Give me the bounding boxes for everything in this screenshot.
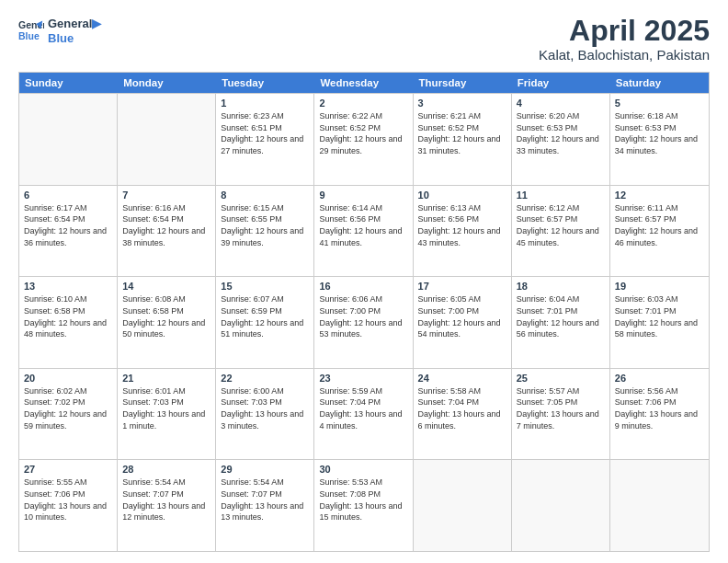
header: General Blue General▶ Blue April 2025 Ka… xyxy=(18,15,710,63)
page: General Blue General▶ Blue April 2025 Ka… xyxy=(0,0,728,563)
calendar-cell xyxy=(414,460,512,551)
cell-info: Sunrise: 6:10 AMSunset: 6:58 PMDaylight:… xyxy=(24,293,112,339)
day-number: 5 xyxy=(615,98,704,109)
cell-info: Sunrise: 6:22 AMSunset: 6:52 PMDaylight:… xyxy=(319,110,407,156)
day-number: 24 xyxy=(418,373,506,384)
day-number: 21 xyxy=(122,373,210,384)
calendar-header-cell: Wednesday xyxy=(314,73,413,93)
calendar-cell: 30Sunrise: 5:53 AMSunset: 7:08 PMDayligh… xyxy=(314,460,413,551)
cell-info: Sunrise: 5:54 AMSunset: 7:07 PMDaylight:… xyxy=(221,477,309,523)
day-number: 19 xyxy=(615,281,704,292)
cell-info: Sunrise: 6:04 AMSunset: 7:01 PMDaylight:… xyxy=(517,293,605,339)
calendar-cell: 18Sunrise: 6:04 AMSunset: 7:01 PMDayligh… xyxy=(512,277,610,368)
day-number: 29 xyxy=(221,464,309,475)
calendar-cell: 4Sunrise: 6:20 AMSunset: 6:53 PMDaylight… xyxy=(512,94,610,185)
calendar-cell: 23Sunrise: 5:59 AMSunset: 7:04 PMDayligh… xyxy=(314,369,413,460)
calendar-cell xyxy=(512,460,610,551)
cell-info: Sunrise: 6:01 AMSunset: 7:03 PMDaylight:… xyxy=(122,385,210,431)
day-number: 26 xyxy=(615,373,704,384)
day-number: 20 xyxy=(24,373,112,384)
cell-info: Sunrise: 6:17 AMSunset: 6:54 PMDaylight:… xyxy=(24,202,112,248)
cell-info: Sunrise: 6:08 AMSunset: 6:58 PMDaylight:… xyxy=(122,293,210,339)
calendar-cell: 8Sunrise: 6:15 AMSunset: 6:55 PMDaylight… xyxy=(216,186,314,277)
calendar-cell: 5Sunrise: 6:18 AMSunset: 6:53 PMDaylight… xyxy=(610,94,709,185)
calendar-header-cell: Friday xyxy=(512,73,610,93)
day-number: 11 xyxy=(517,190,605,201)
calendar-cell: 21Sunrise: 6:01 AMSunset: 7:03 PMDayligh… xyxy=(118,369,216,460)
calendar-cell: 24Sunrise: 5:58 AMSunset: 7:04 PMDayligh… xyxy=(414,369,512,460)
cell-info: Sunrise: 6:00 AMSunset: 7:03 PMDaylight:… xyxy=(221,385,309,431)
day-number: 13 xyxy=(24,281,112,292)
calendar-cell: 3Sunrise: 6:21 AMSunset: 6:52 PMDaylight… xyxy=(414,94,512,185)
calendar-cell: 2Sunrise: 6:22 AMSunset: 6:52 PMDaylight… xyxy=(314,94,413,185)
calendar-cell: 13Sunrise: 6:10 AMSunset: 6:58 PMDayligh… xyxy=(19,277,118,368)
calendar-cell xyxy=(19,94,118,185)
calendar-cell: 11Sunrise: 6:12 AMSunset: 6:57 PMDayligh… xyxy=(512,186,610,277)
day-number: 15 xyxy=(221,281,309,292)
calendar-cell: 12Sunrise: 6:11 AMSunset: 6:57 PMDayligh… xyxy=(610,186,709,277)
calendar-header-cell: Thursday xyxy=(414,73,512,93)
logo: General Blue General▶ Blue xyxy=(18,15,101,45)
title-block: April 2025 Kalat, Balochistan, Pakistan xyxy=(539,15,710,63)
cell-info: Sunrise: 6:03 AMSunset: 7:01 PMDaylight:… xyxy=(615,293,704,339)
svg-text:Blue: Blue xyxy=(18,29,40,40)
day-number: 6 xyxy=(24,190,112,201)
day-number: 8 xyxy=(221,190,309,201)
cell-info: Sunrise: 5:59 AMSunset: 7:04 PMDaylight:… xyxy=(319,385,407,431)
calendar-week: 1Sunrise: 6:23 AMSunset: 6:51 PMDaylight… xyxy=(19,93,709,185)
calendar-cell: 10Sunrise: 6:13 AMSunset: 6:56 PMDayligh… xyxy=(414,186,512,277)
cell-info: Sunrise: 6:16 AMSunset: 6:54 PMDaylight:… xyxy=(122,202,210,248)
calendar-cell: 7Sunrise: 6:16 AMSunset: 6:54 PMDaylight… xyxy=(118,186,216,277)
day-number: 25 xyxy=(517,373,605,384)
day-number: 18 xyxy=(517,281,605,292)
calendar-cell: 1Sunrise: 6:23 AMSunset: 6:51 PMDaylight… xyxy=(216,94,314,185)
calendar-week: 20Sunrise: 6:02 AMSunset: 7:02 PMDayligh… xyxy=(19,368,709,460)
cell-info: Sunrise: 6:11 AMSunset: 6:57 PMDaylight:… xyxy=(615,202,704,248)
calendar: SundayMondayTuesdayWednesdayThursdayFrid… xyxy=(18,72,710,552)
cell-info: Sunrise: 6:06 AMSunset: 7:00 PMDaylight:… xyxy=(319,293,407,339)
day-number: 4 xyxy=(517,98,605,109)
calendar-cell: 19Sunrise: 6:03 AMSunset: 7:01 PMDayligh… xyxy=(610,277,709,368)
calendar-cell xyxy=(610,460,709,551)
cell-info: Sunrise: 5:58 AMSunset: 7:04 PMDaylight:… xyxy=(418,385,506,431)
calendar-header: SundayMondayTuesdayWednesdayThursdayFrid… xyxy=(19,73,709,93)
calendar-cell: 26Sunrise: 5:56 AMSunset: 7:06 PMDayligh… xyxy=(610,369,709,460)
calendar-cell: 20Sunrise: 6:02 AMSunset: 7:02 PMDayligh… xyxy=(19,369,118,460)
cell-info: Sunrise: 5:55 AMSunset: 7:06 PMDaylight:… xyxy=(24,477,112,523)
cell-info: Sunrise: 6:20 AMSunset: 6:53 PMDaylight:… xyxy=(517,110,605,156)
calendar-week: 13Sunrise: 6:10 AMSunset: 6:58 PMDayligh… xyxy=(19,276,709,368)
calendar-header-cell: Sunday xyxy=(19,73,118,93)
cell-info: Sunrise: 6:21 AMSunset: 6:52 PMDaylight:… xyxy=(418,110,506,156)
calendar-cell: 17Sunrise: 6:05 AMSunset: 7:00 PMDayligh… xyxy=(414,277,512,368)
day-number: 23 xyxy=(319,373,407,384)
cell-info: Sunrise: 6:13 AMSunset: 6:56 PMDaylight:… xyxy=(418,202,506,248)
calendar-cell: 28Sunrise: 5:54 AMSunset: 7:07 PMDayligh… xyxy=(118,460,216,551)
calendar-cell: 15Sunrise: 6:07 AMSunset: 6:59 PMDayligh… xyxy=(216,277,314,368)
day-number: 30 xyxy=(319,464,407,475)
calendar-cell: 16Sunrise: 6:06 AMSunset: 7:00 PMDayligh… xyxy=(314,277,413,368)
cell-info: Sunrise: 6:18 AMSunset: 6:53 PMDaylight:… xyxy=(615,110,704,156)
day-number: 10 xyxy=(418,190,506,201)
logo-text: General▶ xyxy=(48,17,101,31)
logo-blue: Blue xyxy=(48,31,101,46)
subtitle: Kalat, Balochistan, Pakistan xyxy=(539,47,710,63)
calendar-header-cell: Saturday xyxy=(610,73,709,93)
day-number: 22 xyxy=(221,373,309,384)
cell-info: Sunrise: 6:02 AMSunset: 7:02 PMDaylight:… xyxy=(24,385,112,431)
calendar-week: 27Sunrise: 5:55 AMSunset: 7:06 PMDayligh… xyxy=(19,459,709,551)
main-title: April 2025 xyxy=(539,15,710,47)
calendar-body: 1Sunrise: 6:23 AMSunset: 6:51 PMDaylight… xyxy=(19,93,709,551)
day-number: 1 xyxy=(221,98,309,109)
day-number: 2 xyxy=(319,98,407,109)
calendar-cell: 6Sunrise: 6:17 AMSunset: 6:54 PMDaylight… xyxy=(19,186,118,277)
calendar-week: 6Sunrise: 6:17 AMSunset: 6:54 PMDaylight… xyxy=(19,185,709,277)
calendar-cell: 25Sunrise: 5:57 AMSunset: 7:05 PMDayligh… xyxy=(512,369,610,460)
cell-info: Sunrise: 5:53 AMSunset: 7:08 PMDaylight:… xyxy=(319,477,407,523)
day-number: 16 xyxy=(319,281,407,292)
cell-info: Sunrise: 6:07 AMSunset: 6:59 PMDaylight:… xyxy=(221,293,309,339)
calendar-cell: 29Sunrise: 5:54 AMSunset: 7:07 PMDayligh… xyxy=(216,460,314,551)
cell-info: Sunrise: 5:57 AMSunset: 7:05 PMDaylight:… xyxy=(517,385,605,431)
day-number: 17 xyxy=(418,281,506,292)
day-number: 3 xyxy=(418,98,506,109)
calendar-cell: 27Sunrise: 5:55 AMSunset: 7:06 PMDayligh… xyxy=(19,460,118,551)
